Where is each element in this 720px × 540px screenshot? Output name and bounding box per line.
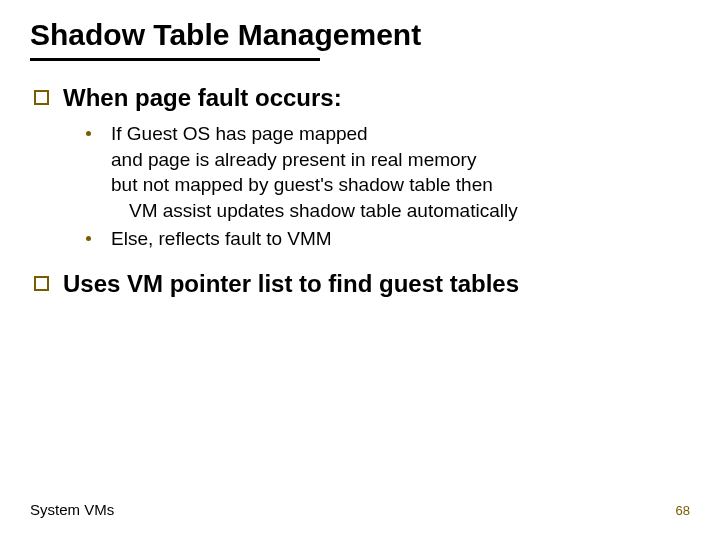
sub-line: and page is already present in real memo… [111, 147, 518, 173]
sub-line: VM assist updates shadow table automatic… [111, 198, 518, 224]
dot-bullet-icon [86, 131, 91, 136]
bullet-text: When page fault occurs: [63, 83, 342, 113]
bullet-item: When page fault occurs: [34, 83, 690, 113]
sub-bullet-list: If Guest OS has page mapped and page is … [86, 121, 690, 251]
sub-bullet-item: Else, reflects fault to VMM [86, 226, 690, 252]
sub-bullet-body: Else, reflects fault to VMM [111, 226, 332, 252]
title-rule [30, 58, 320, 61]
bullet-item: Uses VM pointer list to find guest table… [34, 269, 690, 299]
dot-bullet-icon [86, 236, 91, 241]
footer-left: System VMs [30, 501, 114, 518]
page-number: 68 [676, 503, 690, 518]
slide-content: When page fault occurs: If Guest OS has … [30, 83, 690, 299]
slide-title: Shadow Table Management [30, 18, 690, 52]
sub-line: If Guest OS has page mapped [111, 121, 518, 147]
bullet-text: Uses VM pointer list to find guest table… [63, 269, 519, 299]
square-bullet-icon [34, 276, 49, 291]
sub-bullet-item: If Guest OS has page mapped and page is … [86, 121, 690, 224]
sub-line: but not mapped by guest's shadow table t… [111, 172, 518, 198]
square-bullet-icon [34, 90, 49, 105]
sub-line: Else, reflects fault to VMM [111, 226, 332, 252]
sub-bullet-body: If Guest OS has page mapped and page is … [111, 121, 518, 224]
